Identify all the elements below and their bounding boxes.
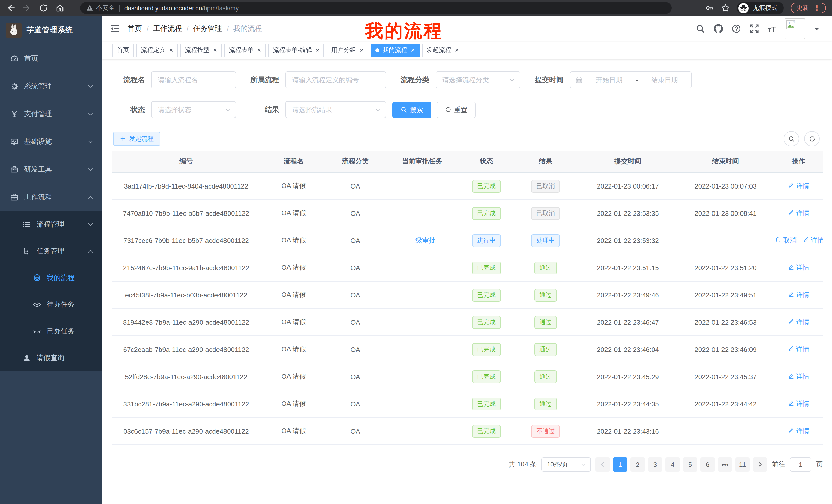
category-select[interactable]: 请选择流程分类 <box>436 72 520 88</box>
reset-button-label: 重置 <box>454 105 467 114</box>
status-tag: 已完成 <box>472 207 501 220</box>
close-icon[interactable]: × <box>257 47 261 53</box>
yen-icon <box>10 110 19 118</box>
detail-link[interactable]: 详情 <box>788 263 809 272</box>
fullscreen-icon[interactable] <box>750 24 759 33</box>
insecure-label[interactable]: 不安全 <box>96 4 115 12</box>
page-button-6[interactable]: 6 <box>700 457 715 472</box>
page-button-4[interactable]: 4 <box>666 457 680 472</box>
sidebar-item-infrastructure[interactable]: 基础设施 <box>0 128 102 156</box>
page-button-1[interactable]: 1 <box>613 457 627 472</box>
github-icon[interactable] <box>714 24 723 33</box>
avatar[interactable] <box>785 19 805 39</box>
hamburger-icon[interactable] <box>110 24 119 33</box>
sidebar: 芋道管理系统 首页系统管理支付管理基础设施研发工具工作流程流程管理任务管理我的流… <box>0 16 102 504</box>
tab-0[interactable]: 首页 <box>112 44 134 57</box>
key-icon[interactable] <box>705 4 714 12</box>
close-icon[interactable]: × <box>213 47 217 53</box>
sidebar-item-task-management[interactable]: 任务管理 <box>0 238 102 264</box>
close-icon[interactable]: × <box>411 47 415 53</box>
detail-link[interactable]: 详情 <box>803 236 823 245</box>
home-icon[interactable] <box>55 4 64 12</box>
tab-7[interactable]: 发起流程× <box>422 44 463 57</box>
cancel-link[interactable]: 取消 <box>775 236 797 245</box>
result-tag: 通过 <box>534 370 557 383</box>
cell-category: OA <box>327 254 384 281</box>
result-select[interactable]: 请选择流结果 <box>285 101 386 118</box>
cell-id: 7470a810-7b9b-11ec-b5b7-acde48001122 <box>112 200 260 227</box>
page-size-select[interactable]: 10条/页 <box>542 457 591 472</box>
detail-link[interactable]: 详情 <box>788 345 809 354</box>
toggle-search-button[interactable] <box>784 131 799 146</box>
detail-link[interactable]: 详情 <box>788 208 809 218</box>
detail-link[interactable]: 详情 <box>788 372 809 381</box>
close-icon[interactable]: × <box>360 47 364 53</box>
detail-link[interactable]: 详情 <box>788 317 809 327</box>
tab-label: 流程表单 <box>229 46 254 54</box>
process-name-input[interactable] <box>151 72 236 88</box>
sidebar-item-done-tasks[interactable]: 已办任务 <box>0 318 102 345</box>
cell-category: OA <box>327 363 384 390</box>
page-button-11[interactable]: 11 <box>735 457 750 472</box>
close-icon[interactable]: × <box>455 47 459 53</box>
close-icon[interactable]: × <box>316 47 319 53</box>
cell-id: 52ffd28e-7b9a-11ec-a290-acde48001122 <box>112 363 260 390</box>
task-link[interactable]: 一级审批 <box>409 236 436 245</box>
close-icon[interactable]: × <box>169 47 173 53</box>
tab-1[interactable]: 流程定义× <box>136 44 178 57</box>
page-button-3[interactable]: 3 <box>648 457 662 472</box>
search-button[interactable]: 搜索 <box>392 102 432 118</box>
reset-button[interactable]: 重置 <box>437 102 476 118</box>
table-toolbar: 发起流程 <box>112 131 823 146</box>
sidebar-item-home[interactable]: 首页 <box>0 45 102 73</box>
start-process-button[interactable]: 发起流程 <box>113 132 160 146</box>
sidebar-logo[interactable]: 芋道管理系统 <box>0 16 102 45</box>
sidebar-item-payment[interactable]: 支付管理 <box>0 100 102 128</box>
menu-dots-icon[interactable]: ⋮ <box>813 5 820 11</box>
edit-icon <box>788 345 795 354</box>
cell-end-time: 2022-01-22 23:46:53 <box>677 309 774 336</box>
page-button-2[interactable]: 2 <box>630 457 645 472</box>
end-date-placeholder[interactable]: 结束日期 <box>643 75 686 85</box>
detail-link[interactable]: 详情 <box>788 181 809 191</box>
sidebar-item-devtools[interactable]: 研发工具 <box>0 156 102 184</box>
page-button-5[interactable]: 5 <box>683 457 697 472</box>
tab-3[interactable]: 流程表单× <box>224 44 266 57</box>
breadcrumb-item[interactable]: 任务管理 <box>193 24 222 33</box>
chevron-down-icon[interactable] <box>814 28 819 33</box>
breadcrumb-item[interactable]: 首页 <box>128 24 142 33</box>
help-icon[interactable] <box>732 24 741 33</box>
search-icon[interactable] <box>696 24 705 33</box>
status-select[interactable]: 请选择状态 <box>151 101 236 118</box>
reload-icon[interactable] <box>39 4 48 12</box>
next-page-button[interactable] <box>753 457 767 472</box>
start-date-placeholder[interactable]: 开始日期 <box>588 75 631 85</box>
back-icon[interactable] <box>6 4 15 12</box>
bookmark-star-icon[interactable] <box>721 4 730 12</box>
tab-6[interactable]: 我的流程× <box>371 44 419 57</box>
address-bar[interactable]: 不安全 dashboard.yudao.iocoder.cn/bpm/task/… <box>80 2 672 14</box>
sidebar-item-process-management[interactable]: 流程管理 <box>0 211 102 238</box>
sidebar-item-system[interactable]: 系统管理 <box>0 73 102 100</box>
tab-4[interactable]: 流程表单-编辑× <box>268 44 324 57</box>
sidebar-item-my-process[interactable]: 我的流程 <box>0 264 102 291</box>
sidebar-item-todo-tasks[interactable]: 待办任务 <box>0 291 102 318</box>
detail-link[interactable]: 详情 <box>788 399 809 409</box>
tab-5[interactable]: 用户分组× <box>327 44 368 57</box>
start-process-label: 发起流程 <box>129 134 154 143</box>
font-size-icon[interactable]: TT <box>768 24 776 33</box>
sidebar-item-leave-query[interactable]: 请假查询 <box>0 345 102 371</box>
prev-page-button[interactable] <box>595 457 610 472</box>
process-definition-input[interactable] <box>285 72 386 88</box>
submit-time-range-picker[interactable]: 开始日期 - 结束日期 <box>570 72 692 88</box>
goto-page-input[interactable] <box>790 457 811 472</box>
detail-link[interactable]: 详情 <box>788 426 809 436</box>
sidebar-item-workflow[interactable]: 工作流程 <box>0 184 102 211</box>
update-chip[interactable]: 更新 ⋮ <box>791 3 826 13</box>
breadcrumb-item[interactable]: 工作流程 <box>153 24 182 33</box>
forward-icon[interactable] <box>23 4 31 12</box>
tab-2[interactable]: 流程模型× <box>180 44 222 57</box>
refresh-button[interactable] <box>804 131 820 146</box>
pager-ellipsis[interactable]: ••• <box>718 457 732 472</box>
detail-link[interactable]: 详情 <box>788 290 809 300</box>
